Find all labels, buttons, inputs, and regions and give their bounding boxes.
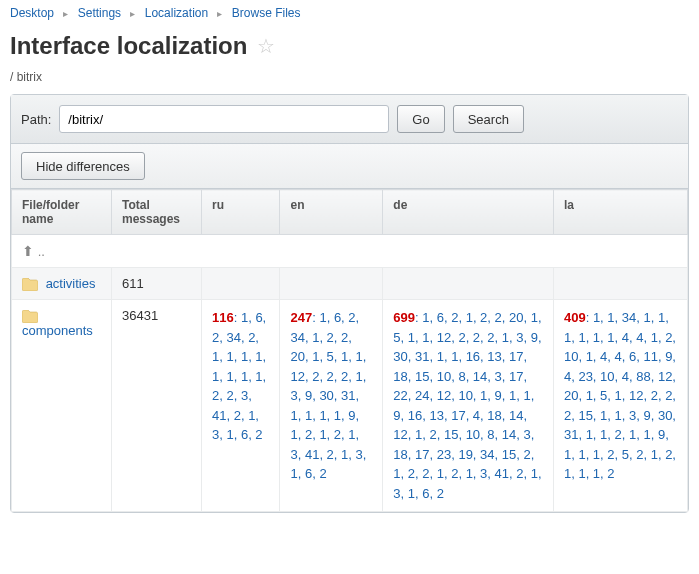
action-toolbar: Hide differences xyxy=(11,144,688,189)
diff-count: 116 xyxy=(212,310,234,325)
diff-nums[interactable]: 1, 6, 2, 1, 2, 2, 20, 1, 5, 1, 1, 12, 2,… xyxy=(393,310,541,501)
main-panel: Path: Go Search Hide differences File/fo… xyxy=(10,94,689,513)
crumb-sep: ▸ xyxy=(63,8,68,19)
current-path: / bitrix xyxy=(0,70,699,94)
path-toolbar: Path: Go Search xyxy=(11,95,688,144)
col-de[interactable]: de xyxy=(383,190,554,235)
up-row[interactable]: ⬆ .. xyxy=(12,235,688,268)
folder-icon xyxy=(22,278,38,291)
path-label: Path: xyxy=(21,112,51,127)
table-row: components 36431 116: 1, 6, 2, 34, 2, 1,… xyxy=(12,300,688,512)
en-cell: 247: 1, 6, 2, 34, 1, 2, 2, 20, 1, 5, 1, … xyxy=(280,300,383,512)
de-cell: 699: 1, 6, 2, 1, 2, 2, 20, 1, 5, 1, 1, 1… xyxy=(383,300,554,512)
de-cell xyxy=(383,268,554,300)
crumb-sep: ▸ xyxy=(217,8,222,19)
diff-nums[interactable]: 1, 6, 2, 34, 1, 2, 2, 20, 1, 5, 1, 1, 12… xyxy=(290,310,366,481)
search-button[interactable]: Search xyxy=(453,105,524,133)
table-row: activities 611 xyxy=(12,268,688,300)
diff-nums[interactable]: 1, 6, 2, 34, 2, 1, 1, 1, 1, 1, 1, 1, 1, … xyxy=(212,310,266,442)
folder-icon xyxy=(22,310,38,323)
breadcrumb: Desktop ▸ Settings ▸ Localization ▸ Brow… xyxy=(0,0,699,26)
la-cell: 409: 1, 1, 34, 1, 1, 1, 1, 1, 1, 4, 4, 1… xyxy=(553,300,687,512)
folder-link[interactable]: components xyxy=(22,323,93,338)
crumb-localization[interactable]: Localization xyxy=(145,6,208,20)
col-total[interactable]: Total messages xyxy=(112,190,202,235)
ru-cell xyxy=(202,268,280,300)
folder-link[interactable]: activities xyxy=(46,276,96,291)
diff-count: 247 xyxy=(290,310,312,325)
diff-nums[interactable]: 1, 1, 34, 1, 1, 1, 1, 1, 1, 4, 4, 1, 2, … xyxy=(564,310,676,481)
col-ru[interactable]: ru xyxy=(202,190,280,235)
path-input[interactable] xyxy=(59,105,389,133)
hide-differences-button[interactable]: Hide differences xyxy=(21,152,145,180)
ru-cell: 116: 1, 6, 2, 34, 2, 1, 1, 1, 1, 1, 1, 1… xyxy=(202,300,280,512)
up-dots: .. xyxy=(38,244,45,259)
col-en[interactable]: en xyxy=(280,190,383,235)
crumb-desktop[interactable]: Desktop xyxy=(10,6,54,20)
go-button[interactable]: Go xyxy=(397,105,444,133)
la-cell xyxy=(553,268,687,300)
col-name[interactable]: File/folder name xyxy=(12,190,112,235)
col-la[interactable]: la xyxy=(553,190,687,235)
crumb-sep: ▸ xyxy=(130,8,135,19)
total-cell: 611 xyxy=(112,268,202,300)
up-arrow-icon: ⬆ xyxy=(22,243,34,259)
en-cell xyxy=(280,268,383,300)
crumb-browse[interactable]: Browse Files xyxy=(232,6,301,20)
crumb-settings[interactable]: Settings xyxy=(78,6,121,20)
diff-count: 409 xyxy=(564,310,586,325)
star-icon[interactable]: ☆ xyxy=(257,34,275,58)
page-title: Interface localization xyxy=(10,32,247,60)
diff-count: 699 xyxy=(393,310,415,325)
localization-table: File/folder name Total messages ru en de… xyxy=(11,189,688,512)
total-cell: 36431 xyxy=(112,300,202,512)
